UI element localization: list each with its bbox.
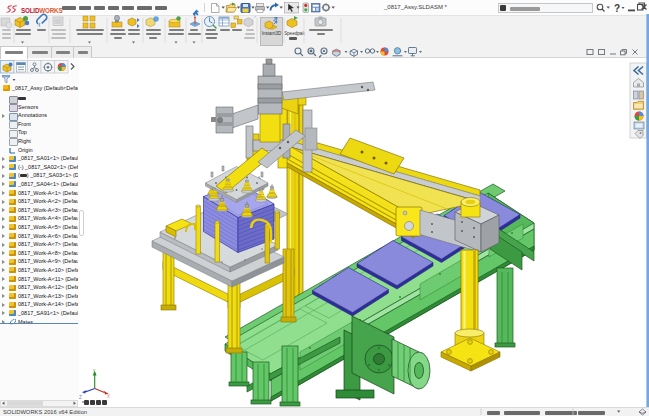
svg-text:Y: Y	[93, 369, 96, 374]
svg-text:?: ?	[614, 3, 620, 14]
svg-text:Z: Z	[79, 395, 82, 400]
svg-text:X: X	[107, 394, 110, 399]
